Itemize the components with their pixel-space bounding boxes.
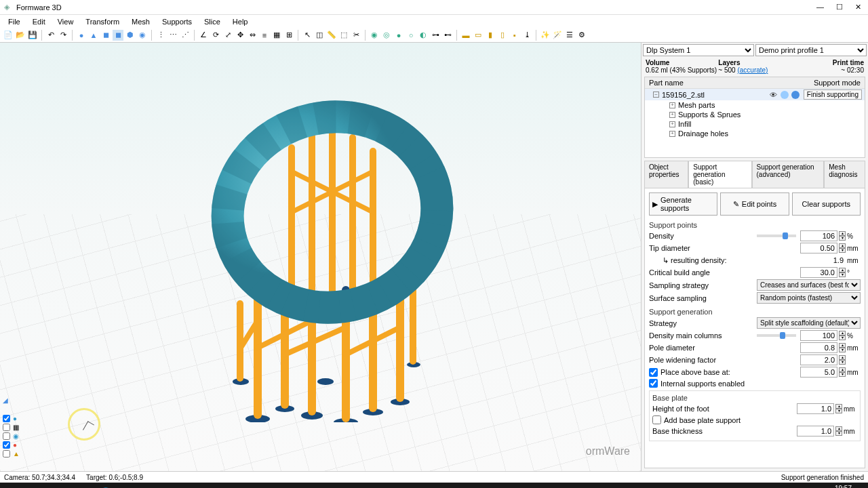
app2-icon[interactable]: ◧ bbox=[187, 484, 209, 488]
tree-item[interactable]: +Supports & Sprues bbox=[661, 110, 865, 119]
profile-select[interactable]: Demo print profile 1 bbox=[755, 44, 867, 56]
clear-supports-button[interactable]: Clear supports bbox=[792, 192, 861, 216]
spin-down[interactable]: ▾ bbox=[835, 409, 842, 413]
angle-icon[interactable]: ∠ bbox=[198, 30, 209, 41]
slice1-icon[interactable]: ▬ bbox=[460, 30, 471, 41]
sampling-select[interactable]: Creases and surfaces (best for normal mo… bbox=[757, 279, 861, 291]
menu-file[interactable]: File bbox=[3, 17, 26, 26]
support5-icon[interactable]: ◐ bbox=[418, 30, 429, 41]
menu-supports[interactable]: Supports bbox=[157, 17, 197, 26]
menu-slice[interactable]: Slice bbox=[199, 17, 226, 26]
toggle-points[interactable] bbox=[3, 441, 10, 449]
spin-up[interactable]: ▴ bbox=[839, 331, 846, 336]
slice5-icon[interactable]: ▪ bbox=[509, 30, 520, 41]
taskview-button[interactable]: ▢ bbox=[49, 484, 71, 488]
internal-checkbox[interactable] bbox=[649, 379, 658, 388]
toggle-supports[interactable] bbox=[3, 450, 10, 458]
spin-up[interactable]: ▴ bbox=[839, 343, 846, 348]
tray-clock[interactable]: 19:5721/12/2018 bbox=[818, 485, 852, 488]
close-button[interactable]: ✕ bbox=[855, 3, 861, 12]
tab-mesh-diagnosis[interactable]: Mesh diagnosis bbox=[824, 161, 865, 188]
filezilla-icon[interactable]: Fz bbox=[118, 484, 140, 488]
collapse-icon[interactable]: − bbox=[653, 92, 659, 98]
link-icon[interactable]: ⊶ bbox=[430, 30, 441, 41]
maximize-button[interactable]: ☐ bbox=[836, 3, 843, 12]
explorer-icon[interactable]: 📁 bbox=[72, 484, 94, 488]
toggle-wireframe[interactable] bbox=[3, 432, 10, 440]
foot-input[interactable] bbox=[797, 403, 834, 414]
part-color-icon[interactable]: ◢ bbox=[3, 396, 8, 404]
spin-up[interactable]: ▴ bbox=[835, 404, 842, 409]
expand-icon[interactable]: + bbox=[669, 131, 675, 137]
spin-up[interactable]: ▴ bbox=[839, 268, 846, 272]
surface-select[interactable]: Random points (fastest) bbox=[757, 292, 861, 304]
expand-icon[interactable]: + bbox=[669, 112, 675, 118]
points2-icon[interactable]: ⋯ bbox=[167, 30, 178, 41]
undo-icon[interactable]: ↶ bbox=[45, 30, 56, 41]
search-button[interactable]: 🔍 bbox=[26, 484, 47, 488]
start-button[interactable]: ⊞ bbox=[3, 484, 24, 488]
chrome-icon[interactable]: 🌐 bbox=[95, 484, 117, 488]
strategy-select[interactable]: Split style scaffolding (default) bbox=[757, 317, 861, 329]
toggle-shading[interactable] bbox=[3, 415, 10, 422]
tip-input[interactable] bbox=[800, 243, 837, 253]
finish-supporting-button[interactable]: Finish supporting bbox=[804, 89, 862, 100]
spin-up[interactable]: ▴ bbox=[839, 231, 846, 236]
spin-down[interactable]: ▾ bbox=[835, 431, 842, 436]
crop-icon[interactable]: ⬚ bbox=[338, 30, 349, 41]
density-slider[interactable] bbox=[757, 235, 796, 237]
rotate-icon[interactable]: ⟳ bbox=[210, 30, 221, 41]
support3-icon[interactable]: ● bbox=[393, 30, 404, 41]
settings-icon[interactable]: ⚙ bbox=[576, 30, 587, 41]
info-icon[interactable] bbox=[781, 91, 789, 99]
menu-mesh[interactable]: Mesh bbox=[126, 17, 155, 26]
open-icon[interactable]: 📂 bbox=[15, 30, 26, 41]
tab-support-basic[interactable]: Support generation (basic) bbox=[688, 161, 751, 188]
accurate-link[interactable]: (accurate) bbox=[737, 66, 768, 74]
move-icon[interactable]: ✥ bbox=[235, 30, 245, 41]
density-input[interactable] bbox=[800, 230, 837, 241]
mirror-icon[interactable]: ⇔ bbox=[247, 30, 258, 41]
cube2-icon[interactable]: ◼ bbox=[113, 30, 123, 41]
spin-down[interactable]: ▾ bbox=[839, 236, 846, 241]
angle-input[interactable] bbox=[800, 267, 837, 278]
tab-object-properties[interactable]: Object properties bbox=[644, 161, 688, 188]
cylinder-icon[interactable]: ⬢ bbox=[125, 30, 136, 41]
spin-down[interactable]: ▾ bbox=[839, 360, 846, 365]
tree-item[interactable]: +Mesh parts bbox=[661, 100, 865, 110]
spin-up[interactable]: ▴ bbox=[839, 243, 846, 248]
slice2-icon[interactable]: ▭ bbox=[473, 30, 484, 41]
torus-icon[interactable]: ◉ bbox=[137, 30, 148, 41]
slice3-icon[interactable]: ▮ bbox=[485, 30, 496, 41]
tree-item[interactable]: +Drainage holes bbox=[661, 129, 865, 138]
menu-transform[interactable]: Transform bbox=[80, 17, 125, 26]
edit-points-button[interactable]: ✎Edit points bbox=[720, 192, 789, 216]
densmain-slider[interactable] bbox=[757, 334, 796, 337]
addbase-checkbox[interactable] bbox=[652, 415, 661, 424]
app3-icon[interactable]: ◎ bbox=[233, 484, 255, 488]
widen-input[interactable] bbox=[800, 354, 837, 365]
new-icon[interactable]: 📄 bbox=[3, 30, 14, 41]
lasso-icon[interactable]: ◫ bbox=[314, 30, 325, 41]
spin-down[interactable]: ▾ bbox=[839, 248, 846, 253]
pole-input[interactable] bbox=[800, 342, 837, 353]
support1-icon[interactable]: ◉ bbox=[369, 30, 380, 41]
generate-supports-button[interactable]: ▶Generate supports bbox=[649, 192, 717, 216]
tree-root[interactable]: − 159156_2.stl 👁 Finish supporting bbox=[645, 89, 865, 100]
export-icon[interactable]: ⤓ bbox=[521, 30, 532, 41]
redo-icon[interactable]: ↷ bbox=[58, 30, 68, 41]
formware-icon[interactable]: ◈ bbox=[210, 484, 232, 488]
tab-support-advanced[interactable]: Support generation (advanced) bbox=[752, 161, 825, 188]
cone-icon[interactable]: ▲ bbox=[88, 30, 99, 41]
app-icon[interactable]: 🗃 bbox=[141, 484, 163, 488]
align-icon[interactable]: ≡ bbox=[259, 30, 270, 41]
above-input[interactable] bbox=[800, 367, 837, 378]
support4-icon[interactable]: ○ bbox=[406, 30, 416, 41]
spin-up[interactable]: ▴ bbox=[839, 355, 846, 360]
support2-icon[interactable]: ◎ bbox=[381, 30, 392, 41]
thickness-input[interactable] bbox=[797, 426, 834, 436]
spin-up[interactable]: ▴ bbox=[839, 367, 846, 372]
slice4-icon[interactable]: ▯ bbox=[497, 30, 508, 41]
array-icon[interactable]: ⊞ bbox=[283, 30, 294, 41]
spin-down[interactable]: ▾ bbox=[839, 272, 846, 277]
